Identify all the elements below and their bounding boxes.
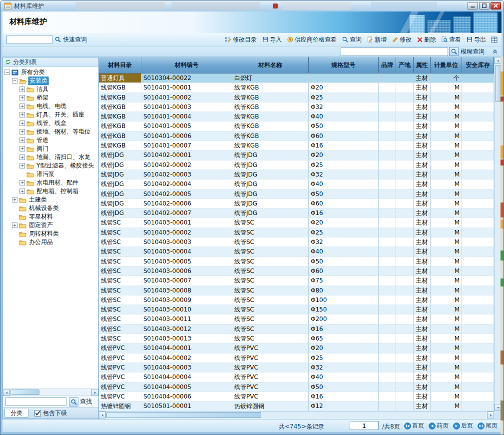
table-row[interactable]: 线管SCS010403-00001线管SCΦ20主材M — [99, 218, 494, 228]
table-row[interactable]: 线管JDGS010402-00005线管JDGΦ50主材M — [99, 190, 494, 199]
column-header-7[interactable]: 计量单位 — [431, 57, 462, 74]
table-row[interactable]: 线管KGBS010401-00003线管KGBΦ32主材M — [99, 102, 494, 112]
column-header-1[interactable]: 材料编号 — [141, 57, 232, 74]
nav-first-button[interactable]: 首页 — [404, 422, 424, 430]
include-children-option[interactable]: 包含下级 — [34, 409, 67, 418]
expand-icon[interactable]: + — [19, 129, 25, 134]
tree-find-button[interactable] — [69, 398, 78, 406]
toolbar-button-export[interactable]: 导出 — [467, 36, 486, 44]
scroll-left-icon[interactable] — [99, 412, 106, 418]
table-row[interactable]: 线管SCS010403-00006线管SCΦ60主材M — [99, 266, 494, 276]
tree-item-1[interactable]: −安装类 — [3, 76, 98, 85]
minimize-button[interactable] — [468, 2, 478, 10]
table-row[interactable]: 线管KGBS010401-00007线管KGBΦ16主材M — [99, 141, 494, 150]
tree-item-15[interactable]: +土建类 — [3, 196, 98, 204]
tab-category[interactable]: 分类 — [4, 409, 28, 418]
tree-item-9[interactable]: +阀门 — [3, 144, 98, 153]
fuzzy-search-button[interactable] — [449, 47, 459, 56]
toolbar-button-edit[interactable]: 修改 — [392, 36, 412, 44]
sidebar-horizontal-scrollbar[interactable] — [3, 388, 98, 396]
tree-item-19[interactable]: 周转材料类 — [3, 230, 98, 238]
tree-item-6[interactable]: +线管、线盒 — [3, 119, 98, 128]
expand-icon[interactable]: + — [19, 86, 25, 92]
table-row[interactable]: 线管JDGS010402-00006线管JDGΦ60主材M — [99, 199, 494, 208]
tree-item-16[interactable]: 机械设备类 — [3, 204, 98, 212]
nav-next-button[interactable]: 后页 — [453, 422, 473, 430]
tree-item-3[interactable]: +桥架 — [3, 94, 98, 102]
table-row[interactable]: 线管JDGS010402-00001线管JDGΦ20主材M — [99, 150, 494, 160]
table-row[interactable]: 线管JDGS010402-00002线管JDGΦ25主材M — [99, 160, 494, 170]
table-row[interactable]: 普通灯具S010304-00022白炽灯主材个 — [99, 74, 494, 83]
quick-search-input[interactable] — [6, 35, 52, 44]
table-row[interactable]: 线管SCS010403-00011线管SCΦ200主材M — [99, 314, 494, 324]
expand-icon[interactable]: + — [12, 222, 17, 228]
column-header-2[interactable]: 材料名称 — [232, 57, 309, 74]
tree-item-2[interactable]: +洁具 — [3, 85, 98, 94]
tree-find-input[interactable] — [5, 398, 66, 406]
table-horizontal-scrollbar[interactable] — [99, 411, 494, 419]
collapse-icon[interactable]: − — [4, 70, 10, 75]
expand-icon[interactable]: + — [19, 154, 25, 160]
table-row[interactable]: 线管SCS010403-00005线管SCΦ50主材M — [99, 257, 494, 266]
fuzzy-search-input[interactable] — [341, 48, 448, 56]
table-row[interactable]: 线管PVCS010404-00003线管PVCΦ32主材M — [99, 363, 494, 372]
table-row[interactable]: 线管SCS010403-00003线管SCΦ32主材M — [99, 238, 494, 247]
column-header-3[interactable]: 规格型号 — [309, 57, 379, 74]
table-row[interactable]: 线管JDGS010402-00007线管JDGΦ16主材M — [99, 208, 494, 218]
expand-icon[interactable]: + — [19, 180, 25, 186]
table-row[interactable]: 线管JDGS010402-00003线管JDGΦ32主材M — [99, 170, 494, 180]
scrollbar-thumb[interactable] — [106, 412, 261, 418]
column-header-6[interactable]: 属性 — [414, 57, 431, 74]
maximize-button[interactable] — [479, 2, 490, 10]
scroll-right-icon[interactable] — [487, 412, 494, 418]
expand-icon[interactable]: + — [12, 197, 17, 202]
collapse-icon[interactable]: − — [12, 78, 17, 84]
tree-item-20[interactable]: 办公用品 — [3, 238, 98, 246]
expand-icon[interactable]: + — [19, 138, 25, 143]
expand-icon[interactable]: + — [19, 95, 25, 100]
toolbar-button-edit-catalog[interactable]: 修改目录 — [225, 36, 257, 44]
scrollbar-thumb[interactable] — [10, 390, 39, 395]
table-row[interactable]: 线管KGBS010401-00004线管KGBΦ40主材M — [99, 112, 494, 122]
table-row[interactable]: 线管PVCS010404-00005线管PVCΦ50主材M — [99, 382, 494, 392]
table-row[interactable]: 线管PVCS010404-00006线管PVCΦ16主材M — [99, 392, 494, 402]
column-header-8[interactable]: 安全库存 — [462, 57, 494, 74]
tree-item-4[interactable]: +电线、电缆 — [3, 102, 98, 110]
table-row[interactable]: 线管SCS010403-00007线管SCΦ75主材M — [99, 276, 494, 286]
toolbar-button-view[interactable]: 查看 — [442, 36, 461, 44]
tree-item-10[interactable]: +地漏、清扫口、水龙 — [3, 153, 98, 162]
expand-icon[interactable]: + — [19, 120, 25, 126]
nav-prev-button[interactable]: 前页 — [429, 422, 449, 430]
expand-icon[interactable]: + — [19, 163, 25, 168]
toolbar-button-add[interactable]: 新增 — [367, 36, 387, 44]
scroll-right-icon[interactable] — [91, 389, 98, 396]
scroll-left-icon[interactable] — [3, 389, 10, 396]
table-row[interactable]: 线管JDGS010402-00004线管JDGΦ40主材M — [99, 180, 494, 189]
table-row[interactable]: 线管SCS010403-00008线管SCΦ80主材M — [99, 286, 494, 296]
toolbar-button-query[interactable]: 查询 — [342, 36, 362, 44]
table-row[interactable]: 线管SCS010403-00010线管SCΦ150主材M — [99, 305, 494, 314]
toolbar-button-supplier-price[interactable]: ¥供应商价格查看 — [287, 36, 337, 44]
expand-icon[interactable]: + — [19, 112, 25, 118]
column-config-icon[interactable] — [491, 36, 498, 43]
page-number-input[interactable] — [350, 421, 379, 430]
expand-icon[interactable]: + — [19, 104, 25, 109]
close-button[interactable] — [491, 2, 501, 10]
table-row[interactable]: 线管PVCS010404-00002线管PVCΦ25主材M — [99, 354, 494, 363]
tree-item-7[interactable]: +接地、钢材、等电位 — [3, 128, 98, 136]
refresh-icon[interactable] — [5, 59, 11, 65]
expand-icon[interactable]: + — [19, 146, 25, 152]
title-bar[interactable]: 材料库维护 — [0, 0, 504, 12]
table-row[interactable]: 线管KGBS010401-00002线管KGBΦ25主材M — [99, 93, 494, 102]
tree-item-17[interactable]: 零星材料 — [3, 212, 98, 221]
nav-last-button[interactable]: 尾页 — [478, 422, 498, 430]
table-row[interactable]: 线管PVCS010404-00004线管PVCΦ40主材M — [99, 372, 494, 382]
tree-item-14[interactable]: +配电箱、控制箱 — [3, 187, 98, 196]
table-row[interactable]: 热镀锌圆钢S010501-00001热镀锌圆钢Φ12主材M — [99, 402, 494, 411]
tree-item-13[interactable]: +水电用材、配件 — [3, 178, 98, 187]
expand-icon[interactable]: + — [19, 188, 25, 194]
toolbar-button-delete[interactable]: 删除 — [417, 36, 436, 44]
checkbox-checked-icon[interactable] — [34, 410, 41, 416]
tree-item-5[interactable]: +灯具、开关、插座 — [3, 110, 98, 119]
table-row[interactable]: 线管KGBS010401-00001线管KGBΦ20主材M — [99, 83, 494, 92]
